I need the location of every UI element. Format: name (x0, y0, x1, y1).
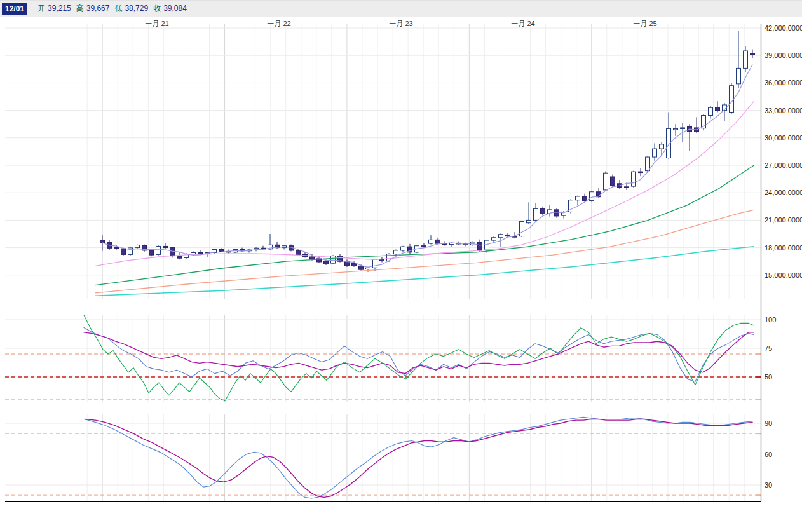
svg-text:60: 60 (765, 451, 772, 458)
svg-text:39,000.0000: 39,000.0000 (765, 51, 802, 59)
svg-text:一月 22: 一月 22 (267, 20, 290, 27)
svg-text:一月 23: 一月 23 (389, 20, 412, 27)
svg-text:33,000.0000: 33,000.0000 (765, 107, 802, 114)
svg-text:一月 24: 一月 24 (511, 20, 534, 27)
status-bar: 12/01 开39,215 高39,667 低38,729 收39,084 (0, 0, 802, 17)
svg-text:一月 21: 一月 21 (145, 20, 168, 27)
svg-text:30: 30 (765, 481, 772, 489)
ohlc-open: 开39,215 (32, 3, 71, 14)
svg-text:75: 75 (765, 344, 772, 352)
svg-text:42,000.0000: 42,000.0000 (765, 24, 802, 32)
svg-text:36,000.0000: 36,000.0000 (765, 79, 802, 86)
svg-text:50: 50 (765, 373, 772, 381)
svg-text:24,000.0000: 24,000.0000 (765, 189, 802, 196)
svg-text:27,000.0000: 27,000.0000 (765, 161, 802, 169)
ohlc-high: 高39,667 (71, 3, 110, 14)
candlestick-series (100, 31, 755, 271)
svg-text:21,000.0000: 21,000.0000 (765, 216, 802, 224)
svg-text:30,000.0000: 30,000.0000 (765, 134, 802, 142)
svg-text:15,000.0000: 15,000.0000 (765, 271, 802, 279)
svg-text:18,000.0000: 18,000.0000 (765, 244, 802, 252)
ohlc-close: 收39,084 (148, 3, 187, 14)
svg-text:100: 100 (765, 316, 776, 324)
svg-text:90: 90 (765, 419, 772, 427)
ohlc-low: 低38,729 (109, 3, 148, 14)
date-badge: 12/01 (2, 3, 27, 15)
svg-text:一月 25: 一月 25 (633, 20, 656, 27)
chart-canvas[interactable]: 42,000.000039,000.000036,000.000033,000.… (0, 0, 802, 516)
